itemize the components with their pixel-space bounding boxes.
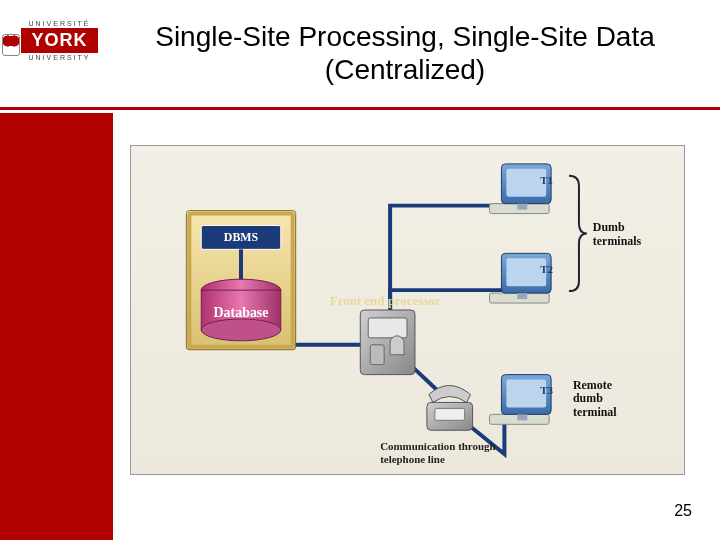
crest-icon — [2, 34, 20, 56]
dbms-label: DBMS — [224, 230, 259, 244]
terminal-t3: T3 — [490, 375, 554, 425]
slide-title: Single-Site Processing, Single-Site Data… — [120, 21, 720, 85]
t3-label: T3 — [540, 384, 553, 396]
logo-mid: YORK — [21, 28, 97, 53]
dumb-terminals-label-2: terminals — [593, 234, 642, 248]
logo-bot: UNIVERSITY — [12, 54, 107, 61]
server-stack: DBMS Database — [186, 211, 295, 350]
comm-label-1: Communication through — [380, 440, 495, 452]
york-logo: UNIVERSITÉ YORK UNIVERSITY — [12, 20, 107, 61]
svg-rect-23 — [517, 414, 527, 420]
red-sidebar — [0, 113, 113, 540]
remote-label-1: Remote — [573, 378, 612, 392]
front-end-processor — [360, 310, 415, 375]
svg-rect-15 — [517, 204, 527, 210]
svg-point-6 — [201, 319, 281, 341]
dumb-terminals-label-1: Dumb — [593, 220, 625, 234]
t1-label: T1 — [540, 174, 553, 186]
diagram-panel: DBMS Database Front end processor Commun… — [130, 145, 685, 475]
telephone-icon — [427, 386, 473, 431]
brace-icon — [569, 176, 587, 291]
header: UNIVERSITÉ YORK UNIVERSITY Single-Site P… — [0, 0, 720, 110]
remote-label-3: terminal — [573, 405, 617, 419]
fep-label: Front end processor — [330, 293, 441, 308]
svg-rect-19 — [517, 293, 527, 299]
svg-rect-8 — [368, 318, 407, 338]
svg-rect-9 — [370, 345, 384, 365]
terminal-t1: T1 — [490, 164, 553, 214]
svg-rect-11 — [435, 408, 465, 420]
comm-label-2: telephone line — [380, 453, 445, 465]
page-number: 25 — [674, 502, 692, 520]
diagram-svg: DBMS Database Front end processor Commun… — [131, 146, 684, 474]
terminal-t2: T2 — [490, 253, 553, 303]
remote-label-2: dumb — [573, 391, 603, 405]
database-label: Database — [214, 305, 269, 320]
t2-label: T2 — [540, 263, 553, 275]
logo-top: UNIVERSITÉ — [12, 20, 107, 27]
